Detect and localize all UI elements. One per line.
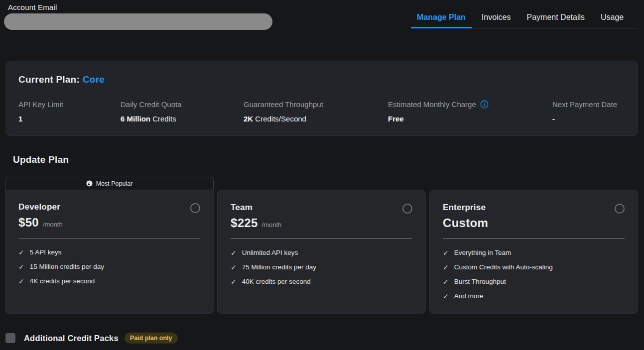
account-email-input[interactable]: [4, 13, 272, 30]
check-icon: ✓: [231, 249, 237, 257]
most-popular-label: Most Popular: [96, 180, 133, 187]
check-icon: ✓: [443, 263, 449, 271]
tab-usage[interactable]: Usage: [595, 8, 630, 28]
plan-card-developer-body: Developer $50 /month ✓5 API keys ✓15 Mil…: [5, 190, 214, 314]
divider: [18, 238, 200, 238]
current-plan-title-label: Current Plan:: [18, 74, 80, 85]
plan-card-enterprise[interactable]: Enterprise Custom ✓Everything in Team ✓C…: [429, 190, 638, 314]
stat-label: API Key Limit: [18, 100, 63, 109]
stat-estimated-monthly-charge: Estimated Monthly Charge Free: [388, 100, 552, 123]
divider: [443, 238, 625, 239]
feature-item: ✓Everything in Team: [443, 245, 625, 260]
stat-value: 1: [18, 115, 121, 123]
stat-value: -: [552, 115, 625, 123]
paid-plan-only-badge: Paid plan only: [125, 333, 178, 344]
plan-features: ✓Unlimited API keys ✓75 Million credits …: [231, 245, 412, 289]
feature-item: ✓15 Million credits per day: [18, 259, 200, 274]
credit-packs-label: Additional Credit Packs: [24, 334, 119, 343]
plan-card-developer[interactable]: Most Popular Developer $50 /month ✓5 API…: [5, 177, 214, 314]
plan-period: /month: [43, 221, 63, 228]
plan-card-team[interactable]: Team $225 /month ✓Unlimited API keys ✓75…: [217, 190, 426, 314]
flame-icon: [86, 180, 93, 187]
divider: [231, 238, 412, 239]
stat-label: Daily Credit Quota: [121, 100, 182, 109]
plan-name: Developer: [18, 202, 60, 212]
tab-payment-details[interactable]: Payment Details: [521, 8, 591, 28]
tab-manage-plan[interactable]: Manage Plan: [411, 8, 472, 28]
feature-item: ✓4K credits per second: [18, 274, 200, 288]
feature-item: ✓Unlimited API keys: [231, 245, 412, 260]
stat-value: 6 Million Credits: [121, 115, 244, 123]
stat-next-payment-date: Next Payment Date -: [552, 100, 625, 123]
info-icon[interactable]: [480, 100, 489, 109]
check-icon: ✓: [18, 248, 24, 256]
check-icon: ✓: [443, 292, 449, 300]
check-icon: ✓: [443, 278, 449, 286]
plan-price: $225: [231, 216, 258, 230]
stat-label: Estimated Monthly Charge: [388, 100, 489, 109]
current-plan-stats: API Key Limit 1 Daily Credit Quota 6 Mil…: [18, 100, 625, 123]
plan-price: Custom: [443, 216, 488, 230]
plan-period: /month: [262, 221, 282, 229]
check-icon: ✓: [443, 249, 449, 257]
stat-guaranteed-throughput: Guaranteed Throughput 2K Credits/Second: [244, 100, 388, 123]
check-icon: ✓: [18, 277, 24, 285]
feature-item: ✓Custom Credits with Auto-scaling: [443, 260, 625, 274]
stat-value: 2K Credits/Second: [244, 115, 388, 123]
current-plan-name: Core: [83, 74, 105, 85]
current-plan-title: Current Plan:Core: [18, 74, 105, 85]
stat-label: Guaranteed Throughput: [244, 100, 323, 109]
feature-item: ✓Burst Throughput: [443, 274, 625, 289]
current-plan-card: Current Plan:Core API Key Limit 1 Daily …: [5, 61, 638, 136]
stat-label: Next Payment Date: [552, 100, 617, 109]
plan-name: Enterprise: [443, 203, 486, 213]
feature-item: ✓And more: [443, 289, 625, 303]
plan-radio-team[interactable]: [402, 204, 412, 214]
additional-credit-packs-row: Additional Credit Packs Paid plan only: [5, 333, 178, 344]
update-plan-heading: Update Plan: [13, 154, 69, 165]
check-icon: ✓: [231, 263, 237, 271]
credit-packs-checkbox[interactable]: [5, 333, 15, 343]
plan-price: $50: [18, 216, 39, 230]
stat-daily-credit-quota: Daily Credit Quota 6 Million Credits: [121, 100, 244, 123]
stat-api-key-limit: API Key Limit 1: [18, 100, 121, 123]
tab-invoices[interactable]: Invoices: [476, 8, 517, 28]
check-icon: ✓: [231, 278, 237, 286]
feature-item: ✓5 API keys: [18, 245, 200, 259]
plan-radio-enterprise[interactable]: [615, 204, 625, 214]
plan-name: Team: [231, 203, 253, 213]
billing-tabs: Manage Plan Invoices Payment Details Usa…: [411, 8, 638, 28]
plan-features: ✓Everything in Team ✓Custom Credits with…: [443, 245, 625, 303]
feature-item: ✓40K credits per second: [231, 274, 412, 289]
most-popular-banner: Most Popular: [5, 177, 214, 190]
stat-value: Free: [388, 115, 552, 123]
feature-item: ✓75 Million credits per day: [231, 260, 412, 274]
account-email-label: Account Email: [8, 3, 57, 11]
check-icon: ✓: [18, 263, 24, 271]
plan-radio-developer[interactable]: [190, 203, 200, 213]
plan-features: ✓5 API keys ✓15 Million credits per day …: [18, 245, 200, 288]
